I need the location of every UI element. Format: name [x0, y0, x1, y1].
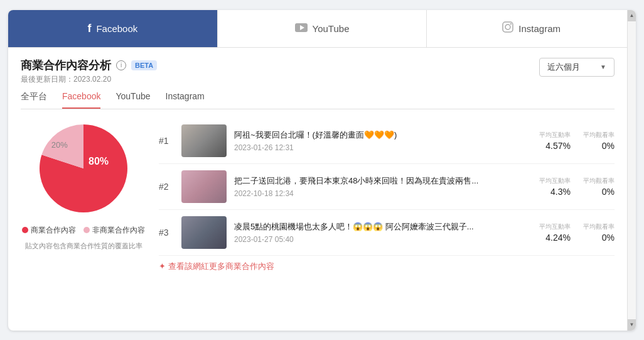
view-more-label: ✦ 查看該網紅更多商業合作內容 — [159, 261, 274, 272]
pie-label-80: 80% — [89, 156, 109, 167]
platform-tab-bar: f Facebook YouTube Instagram — [8, 10, 636, 48]
sub-tab-facebook[interactable]: Facebook — [62, 91, 100, 109]
engagement-label-3: 平均互動率 — [539, 222, 571, 231]
engagement-metric-1: 平均互動率 4.57% — [539, 131, 571, 151]
legend-commercial: 商業合作內容 — [22, 225, 76, 236]
view-metric-3: 平均觀看率 0% — [583, 222, 614, 243]
post-item-2: #2 把二子送回北港，要飛日本東京48小時來回啦！因為現在貴波兩售... 202… — [159, 164, 614, 210]
youtube-tab-label: YouTube — [313, 23, 350, 34]
last-updated-text: 最後更新日期：2023.02.20 — [21, 74, 157, 85]
post-rank-2: #2 — [159, 182, 174, 192]
engagement-value-2: 4.3% — [550, 187, 571, 197]
info-icon[interactable]: i — [116, 60, 126, 70]
post-thumbnail-1[interactable] — [181, 124, 227, 157]
legend-non-commercial: 非商業合作內容 — [83, 225, 145, 236]
engagement-value-1: 4.57% — [545, 141, 571, 151]
youtube-icon — [295, 22, 308, 35]
post-info-1: 阿祖~我要回台北囉！(好溫馨的畫面🧡🧡🧡) 2023-01-26 12:31 — [234, 129, 532, 152]
post-title-2[interactable]: 把二子送回北港，要飛日本東京48小時來回啦！因為現在貴波兩售... — [234, 175, 532, 187]
engagement-label-1: 平均互動率 — [539, 131, 571, 140]
svg-point-4 — [510, 23, 512, 24]
title-row: 商業合作內容分析 i BETA — [21, 58, 157, 73]
legend-dot-commercial — [22, 227, 28, 233]
pie-chart: 80% 20% — [33, 118, 134, 219]
sub-tab-bar: 全平台 Facebook YouTube Instagram — [21, 91, 614, 109]
platform-tab-youtube[interactable]: YouTube — [217, 10, 427, 47]
chart-area: 80% 20% 商業合作內容 非商業合作內容 貼文內容包含商業合作性質的覆蓋比率 — [21, 118, 146, 272]
date-range-label: 近六個月 — [547, 62, 580, 73]
legend-dot-non-commercial — [83, 227, 90, 233]
instagram-icon — [502, 21, 513, 36]
sub-tab-instagram[interactable]: Instagram — [166, 91, 205, 109]
platform-tab-instagram[interactable]: Instagram — [427, 10, 636, 47]
view-label-3: 平均觀看率 — [583, 222, 614, 231]
facebook-tab-label: Facebook — [96, 23, 137, 34]
facebook-icon: f — [87, 22, 91, 35]
chart-legend: 商業合作內容 非商業合作內容 — [22, 225, 145, 236]
view-metric-1: 平均觀看率 0% — [583, 131, 614, 151]
post-item-1: #1 阿祖~我要回台北囉！(好溫馨的畫面🧡🧡🧡) 2023-01-26 12:3… — [159, 118, 614, 164]
view-label-2: 平均觀看率 — [583, 177, 614, 185]
post-title-1[interactable]: 阿祖~我要回台北囉！(好溫馨的畫面🧡🧡🧡) — [234, 129, 532, 141]
posts-list: #1 阿祖~我要回台北囉！(好溫馨的畫面🧡🧡🧡) 2023-01-26 12:3… — [159, 118, 614, 272]
beta-badge: BETA — [131, 60, 157, 70]
chart-description: 貼文內容包含商業合作性質的覆蓋比率 — [25, 241, 142, 251]
scrollbar[interactable]: ▲ ▼ — [627, 10, 636, 331]
post-rank-3: #3 — [159, 228, 174, 238]
engagement-metric-2: 平均互動率 4.3% — [539, 177, 571, 197]
post-date-2: 2022-10-18 12:34 — [234, 189, 532, 198]
scroll-up-btn[interactable]: ▲ — [628, 10, 636, 21]
thumb-img-1 — [181, 124, 227, 157]
platform-tab-facebook[interactable]: f Facebook — [8, 10, 217, 47]
date-range-dropdown[interactable]: 近六個月 ▼ — [539, 58, 614, 77]
chevron-down-icon: ▼ — [600, 63, 606, 70]
post-item-3: #3 凌晨5點的桃園機場也太多人吧！😱😱😱 阿公阿嬤牽波三代親子... 2023… — [159, 210, 614, 256]
post-rank-1: #1 — [159, 136, 174, 146]
scroll-down-btn[interactable]: ▼ — [628, 319, 636, 331]
view-more-link[interactable]: ✦ 查看該網紅更多商業合作內容 — [159, 261, 614, 272]
post-date-3: 2023-01-27 05:40 — [234, 235, 532, 244]
view-metric-2: 平均觀看率 0% — [583, 177, 614, 197]
page-title: 商業合作內容分析 — [21, 58, 111, 73]
svg-point-3 — [505, 25, 510, 30]
post-metrics-1: 平均互動率 4.57% 平均觀看率 0% — [539, 131, 614, 151]
pie-label-20: 20% — [51, 140, 68, 150]
view-label-1: 平均觀看率 — [583, 131, 614, 140]
post-title-3[interactable]: 凌晨5點的桃園機場也太多人吧！😱😱😱 阿公阿嬤牽波三代親子... — [234, 221, 532, 233]
view-value-1: 0% — [602, 141, 614, 151]
view-value-2: 0% — [602, 187, 614, 197]
post-metrics-3: 平均互動率 4.24% 平均觀看率 0% — [539, 222, 614, 243]
main-content-row: 80% 20% 商業合作內容 非商業合作內容 貼文內容包含商業合作性質的覆蓋比率 — [21, 118, 614, 272]
engagement-metric-3: 平均互動率 4.24% — [539, 222, 571, 243]
view-value-3: 0% — [602, 233, 614, 243]
content-area: 商業合作內容分析 i BETA 最後更新日期：2023.02.20 近六個月 ▼… — [8, 48, 627, 331]
post-info-3: 凌晨5點的桃園機場也太多人吧！😱😱😱 阿公阿嬤牽波三代親子... 2023-01… — [234, 221, 532, 244]
post-metrics-2: 平均互動率 4.3% 平均觀看率 0% — [539, 177, 614, 197]
post-date-1: 2023-01-26 12:31 — [234, 143, 532, 152]
sub-tab-youtube[interactable]: YouTube — [115, 91, 150, 109]
post-thumbnail-3[interactable] — [181, 216, 227, 249]
engagement-value-3: 4.24% — [545, 233, 571, 243]
legend-label-non-commercial: 非商業合作內容 — [92, 225, 145, 236]
engagement-label-2: 平均互動率 — [539, 177, 571, 185]
main-container: f Facebook YouTube Instagram ▲ ▼ 商業合作內容分… — [8, 10, 636, 331]
post-thumbnail-2[interactable] — [181, 170, 227, 203]
instagram-tab-label: Instagram — [518, 23, 561, 34]
sub-tab-all[interactable]: 全平台 — [21, 91, 47, 109]
legend-label-commercial: 商業合作內容 — [31, 225, 76, 236]
post-info-2: 把二子送回北港，要飛日本東京48小時來回啦！因為現在貴波兩售... 2022-1… — [234, 175, 532, 198]
page-header: 商業合作內容分析 i BETA 最後更新日期：2023.02.20 近六個月 ▼ — [21, 58, 614, 85]
